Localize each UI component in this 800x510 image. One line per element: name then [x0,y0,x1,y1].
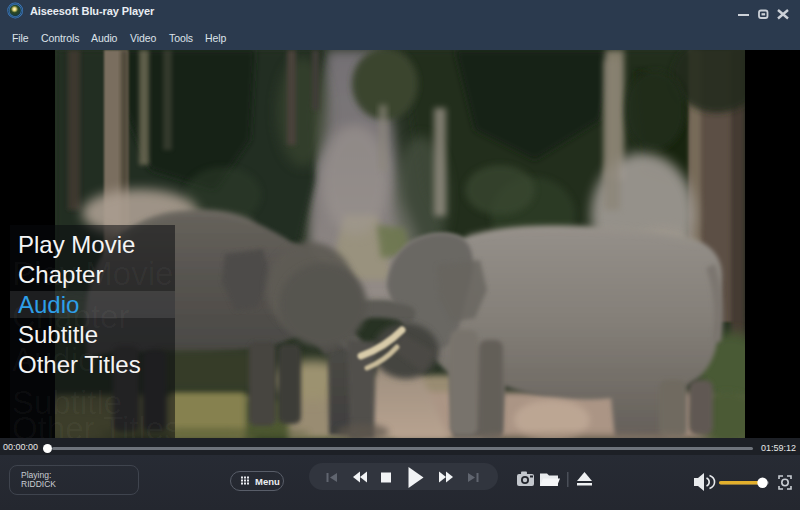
svg-text:Menu: Menu [255,476,280,487]
